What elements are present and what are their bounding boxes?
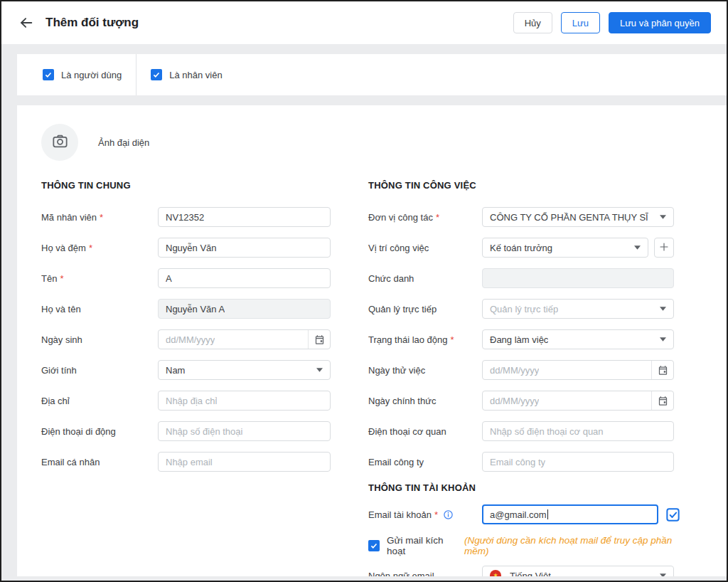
- calendar-icon[interactable]: [651, 391, 673, 410]
- verified-checkbox-icon[interactable]: [665, 507, 681, 523]
- select-value: Tiếng Việt: [510, 571, 551, 577]
- is-user-checkbox[interactable]: Là người dùng: [43, 69, 122, 80]
- input-text: dd/MM/yyyy: [490, 396, 539, 406]
- field-control: Nhập email: [158, 452, 331, 472]
- birth-date-input[interactable]: dd/MM/yyyy: [158, 329, 331, 349]
- field-row-employment-status: Trạng thái lao động*Đang làm việc: [368, 329, 685, 349]
- add-job-position-button[interactable]: [654, 238, 674, 258]
- field-control: Nam: [158, 360, 331, 380]
- last-middle-name-input[interactable]: Nguyễn Văn: [158, 238, 331, 258]
- field-label-text: Ngày chính thức: [368, 396, 436, 406]
- field-control: A: [158, 268, 331, 288]
- field-row-address: Địa chỉNhập địa chỉ: [41, 391, 331, 411]
- cancel-button[interactable]: Hủy: [513, 12, 552, 33]
- field-label-text: Điện thoại cơ quan: [368, 426, 446, 437]
- field-label: Ngày sinh: [41, 334, 158, 345]
- personal-email-input[interactable]: Nhập email: [158, 452, 331, 472]
- field-control: CÔNG TY CỔ PHẦN GENTA THỤY SĨ: [482, 207, 674, 227]
- field-row-birth-date: Ngày sinhdd/MM/yyyy: [41, 329, 331, 349]
- field-label: Giới tính: [41, 365, 158, 376]
- field-control: dd/MM/yyyy: [482, 391, 674, 411]
- avatar-upload-button[interactable]: [41, 124, 78, 161]
- email-language-select[interactable]: ★ Tiếng Việt: [482, 566, 674, 576]
- direct-manager-select[interactable]: Quản lý trực tiếp: [482, 299, 674, 319]
- header-actions: Hủy Lưu Lưu và phân quyền: [513, 12, 711, 33]
- field-row-job-title: Chức danh: [368, 268, 685, 288]
- field-row-company-email: Email công tyEmail công ty: [368, 452, 685, 472]
- field-row-personal-email: Email cá nhânNhập email: [41, 452, 331, 472]
- calendar-icon[interactable]: [651, 361, 673, 379]
- field-label: Email tài khoản *: [368, 509, 482, 520]
- field-label-text: Mã nhân viên: [41, 212, 97, 223]
- employment-status-select[interactable]: Đang làm việc: [482, 329, 674, 349]
- general-fields: Mã nhân viên*NV12352Họ và đệm*Nguyễn Văn…: [41, 207, 331, 472]
- field-label: Họ và tên: [41, 304, 158, 314]
- input-text: Nguyễn Văn: [166, 243, 217, 253]
- info-icon[interactable]: [443, 509, 454, 520]
- job-position-select[interactable]: Kế toán trưởng: [482, 238, 648, 258]
- checkbox-checked-icon[interactable]: [43, 69, 54, 80]
- input-text: Nhập email: [166, 457, 213, 467]
- full-name-input-disabled[interactable]: Nguyễn Văn A: [158, 299, 331, 319]
- is-user-label: Là người dùng: [61, 70, 122, 80]
- field-label: Mã nhân viên*: [41, 212, 158, 223]
- send-activation-label: Gửi mail kích hoạt: [387, 535, 460, 556]
- chevron-down-icon: [311, 368, 323, 372]
- save-button[interactable]: Lưu: [561, 12, 600, 33]
- company-email-input[interactable]: Email công ty: [482, 452, 674, 472]
- address-input[interactable]: Nhập địa chỉ: [158, 391, 331, 411]
- field-label-text: Tên: [41, 273, 57, 284]
- header: Thêm đối tượng Hủy Lưu Lưu và phân quyền: [1, 1, 727, 44]
- field-row-official-date: Ngày chính thứcdd/MM/yyyy: [368, 391, 685, 411]
- field-label-text: Đơn vị công tác: [368, 212, 433, 223]
- field-label-text: Họ và tên: [41, 304, 81, 314]
- select-value: Nam: [166, 365, 185, 376]
- is-employee-checkbox[interactable]: Là nhân viên: [151, 69, 222, 80]
- select-value: Quản lý trực tiếp: [490, 304, 558, 314]
- input-text: dd/MM/yyyy: [166, 334, 215, 345]
- gender-select[interactable]: Nam: [158, 360, 331, 380]
- work-fields: Đơn vị công tác*CÔNG TY CỔ PHẦN GENTA TH…: [368, 207, 685, 472]
- input-text: a@gmail.com: [490, 509, 547, 520]
- field-label-text: Ngày sinh: [41, 334, 82, 345]
- required-asterisk: *: [100, 212, 103, 223]
- back-arrow-icon[interactable]: [18, 15, 34, 31]
- field-label-text: Email tài khoản: [368, 509, 432, 520]
- save-and-assign-button[interactable]: Lưu và phân quyền: [609, 12, 711, 33]
- work-info-title: THÔNG TIN CÔNG VIỆC: [368, 180, 685, 191]
- field-label: Trạng thái lao động*: [368, 334, 482, 345]
- input-text: A: [166, 273, 172, 284]
- field-control: Đang làm việc: [482, 329, 674, 349]
- probation-date-input[interactable]: dd/MM/yyyy: [482, 360, 674, 380]
- field-row-employee-code: Mã nhân viên*NV12352: [41, 207, 331, 227]
- employee-code-input[interactable]: NV12352: [158, 207, 331, 227]
- checkbox-checked-icon[interactable]: [151, 69, 162, 80]
- input-text: Nhập số điện thoại cơ quan: [490, 426, 604, 437]
- avatar-row: Ảnh đại diện: [41, 124, 727, 161]
- chevron-down-icon: [654, 307, 666, 311]
- work-unit-select[interactable]: CÔNG TY CỔ PHẦN GENTA THỤY SĨ: [482, 207, 674, 227]
- field-label-text: Quản lý trực tiếp: [368, 304, 437, 314]
- field-label-text: Giới tính: [41, 365, 77, 376]
- activation-note: (Người dùng cần kích hoạt mail để truy c…: [464, 535, 685, 556]
- mobile-phone-input[interactable]: Nhập số điện thoại: [158, 421, 331, 441]
- job-title-input-disabled[interactable]: [482, 268, 674, 288]
- required-asterisk: *: [434, 509, 438, 520]
- field-control: Nguyễn Văn A: [158, 299, 331, 319]
- official-date-input[interactable]: dd/MM/yyyy: [482, 391, 674, 411]
- input-text: Nhập địa chỉ: [166, 396, 217, 406]
- first-name-input[interactable]: A: [158, 268, 331, 288]
- office-phone-input[interactable]: Nhập số điện thoại cơ quan: [482, 421, 674, 441]
- field-control: Nguyễn Văn: [158, 238, 331, 258]
- field-label: Địa chỉ: [41, 396, 158, 406]
- field-label: Điện thoại di động: [41, 426, 158, 437]
- field-row-office-phone: Điện thoại cơ quanNhập số điện thoại cơ …: [368, 421, 685, 441]
- field-row-job-position: Vị trí công việcKế toán trưởng: [368, 238, 685, 258]
- calendar-icon[interactable]: [308, 330, 330, 349]
- form-columns: THÔNG TIN CHUNG Mã nhân viên*NV12352Họ v…: [41, 180, 727, 576]
- input-text: Nhập số điện thoại: [166, 426, 242, 437]
- work-info-section: THÔNG TIN CÔNG VIỆC Đơn vị công tác*CÔNG…: [368, 180, 685, 576]
- account-email-input[interactable]: a@gmail.com: [482, 504, 658, 524]
- send-activation-checkbox[interactable]: [368, 540, 380, 551]
- field-label-text: Email công ty: [368, 457, 424, 467]
